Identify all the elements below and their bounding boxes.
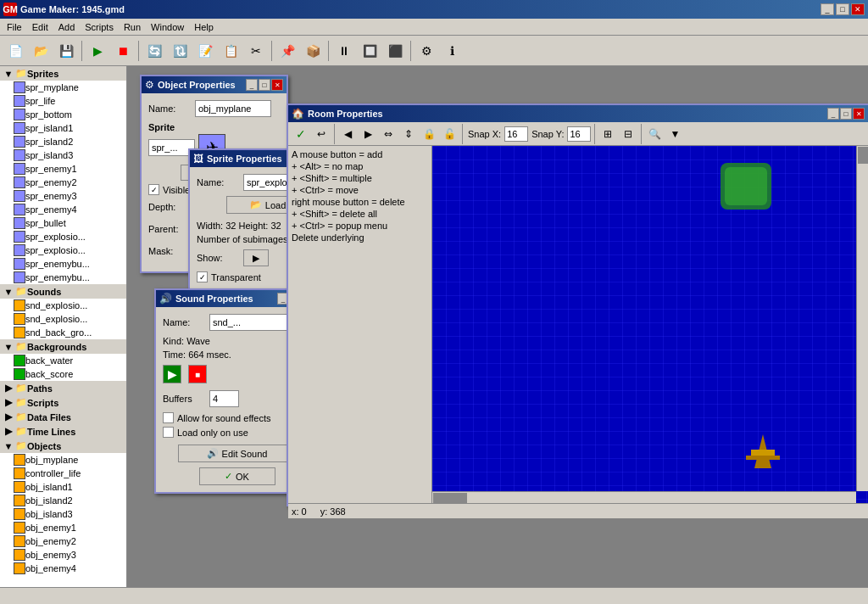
tool3[interactable]: 🔄 [142, 39, 166, 63]
tree-item-spr_island3[interactable]: spr_island3 [0, 148, 126, 162]
room-properties-title-bar[interactable]: 🏠 Room Properties _ □ ✕ [288, 105, 868, 122]
sound-name-input[interactable] [209, 314, 294, 331]
tool6[interactable]: 📋 [219, 39, 242, 63]
minimize-button[interactable]: _ [821, 3, 834, 15]
tree-item-obj_enemy3[interactable]: obj_enemy3 [0, 548, 126, 562]
tool5[interactable]: 📝 [193, 39, 217, 63]
tree-item-spr_bullet[interactable]: spr_bullet [0, 216, 126, 230]
room-props-minimize[interactable]: _ [827, 108, 839, 120]
scrollbar-thumb-h[interactable] [433, 493, 467, 503]
tree-item-obj_island2[interactable]: obj_island2 [0, 494, 126, 507]
object-properties-title-bar[interactable]: ⚙ Object Properties _ □ ✕ [142, 76, 287, 93]
room-scrollbar-v[interactable] [856, 146, 868, 491]
scrollbar-thumb-v[interactable] [858, 147, 868, 164]
buffers-input[interactable] [209, 390, 239, 407]
tree-item-spr_explosio2[interactable]: spr_explosio... [0, 243, 126, 257]
title-bar-buttons[interactable]: _ □ ✕ [821, 3, 865, 15]
close-button[interactable]: ✕ [851, 3, 865, 15]
sprites-header[interactable]: ▼ 📁 Sprites [0, 66, 126, 81]
room-zoom-dropdown[interactable]: ▼ [665, 125, 684, 143]
sound-ok-button[interactable]: ✓ OK [199, 467, 275, 485]
visible-checkbox[interactable] [148, 184, 159, 195]
tree-item-back_water[interactable]: back_water [0, 354, 126, 367]
tool8[interactable]: 📌 [275, 39, 299, 63]
room-confirm-btn[interactable]: ✓ [292, 125, 310, 143]
tree-item-spr_enemy4[interactable]: spr_enemy4 [0, 203, 126, 216]
room-canvas[interactable] [432, 146, 868, 503]
tree-item-obj_enemy4[interactable]: obj_enemy4 [0, 562, 126, 575]
tree-item-controller_life[interactable]: controller_life [0, 467, 126, 480]
room-unlock-btn[interactable]: 🔓 [440, 125, 459, 143]
room-move-btn[interactable]: ⇔ [379, 125, 398, 143]
tree-item-spr_enemybu1[interactable]: spr_enemybu... [0, 257, 126, 271]
menu-run[interactable]: Run [119, 20, 146, 34]
backgrounds-header[interactable]: ▼ 📁 Backgrounds [0, 339, 126, 354]
room-move2-btn[interactable]: ⇕ [399, 125, 418, 143]
tree-item-spr_explosio1[interactable]: spr_explosio... [0, 230, 126, 243]
sound-stop-button[interactable]: ■ [188, 365, 207, 383]
run-button[interactable]: ▶ [86, 39, 109, 63]
save-button[interactable]: 💾 [54, 39, 78, 63]
tree-item-snd2[interactable]: snd_explosio... [0, 312, 126, 326]
datafiles-header[interactable]: ▶ 📁 Data Files [0, 410, 126, 424]
tree-item-obj_enemy2[interactable]: obj_enemy2 [0, 534, 126, 548]
room-props-close[interactable]: ✕ [853, 108, 865, 120]
room-iso-btn[interactable]: ⊟ [619, 125, 637, 143]
object-properties-buttons[interactable]: _ □ ✕ [246, 79, 283, 91]
tree-item-spr_island2[interactable]: spr_island2 [0, 135, 126, 148]
room-grid-btn[interactable]: ⊞ [598, 125, 617, 143]
tool13[interactable]: ⚙ [415, 39, 438, 63]
objects-header[interactable]: ▼ 📁 Objects [0, 439, 126, 453]
tree-item-obj_myplane[interactable]: obj_myplane [0, 453, 126, 467]
object-props-minimize[interactable]: _ [246, 79, 258, 91]
stop-button[interactable]: ⏹ [111, 39, 135, 63]
tree-item-spr_bottom[interactable]: spr_bottom [0, 108, 126, 121]
object-props-maximize[interactable]: □ [259, 79, 270, 91]
edit-sound-button[interactable]: 🔊 Edit Sound [178, 445, 297, 462]
room-scrollbar-h[interactable] [432, 491, 856, 503]
maximize-button[interactable]: □ [836, 3, 849, 15]
tree-item-spr_enemy1[interactable]: spr_enemy1 [0, 162, 126, 176]
tool4[interactable]: 🔃 [168, 39, 192, 63]
room-next-btn[interactable]: ▶ [359, 125, 377, 143]
tool12[interactable]: ⬛ [383, 39, 407, 63]
tree-item-snd1[interactable]: snd_explosio... [0, 299, 126, 312]
timelines-header[interactable]: ▶ 📁 Time Lines [0, 424, 126, 439]
tree-item-spr_myplane[interactable]: spr_myplane [0, 81, 126, 94]
transparent-checkbox[interactable] [197, 271, 208, 282]
tool10[interactable]: ⏸ [332, 39, 356, 63]
room-zoom-btn[interactable]: 🔍 [645, 125, 664, 143]
menu-window[interactable]: Window [146, 20, 189, 34]
menu-scripts[interactable]: Scripts [80, 20, 119, 34]
room-undo-btn[interactable]: ↩ [312, 125, 331, 143]
menu-help[interactable]: Help [189, 20, 219, 34]
tree-item-spr_island1[interactable]: spr_island1 [0, 121, 126, 135]
object-props-close[interactable]: ✕ [271, 79, 283, 91]
sound-load-only-checkbox[interactable] [163, 427, 174, 438]
menu-add[interactable]: Add [53, 20, 81, 34]
room-props-maximize[interactable]: □ [840, 108, 852, 120]
tree-item-obj_enemy1[interactable]: obj_enemy1 [0, 521, 126, 534]
sounds-header[interactable]: ▼ 📁 Sounds [0, 284, 126, 299]
tree-item-spr_life[interactable]: spr_life [0, 94, 126, 108]
sound-play-button[interactable]: ▶ [163, 365, 181, 383]
paths-header[interactable]: ▶ 📁 Paths [0, 381, 126, 395]
room-lock-btn[interactable]: 🔒 [420, 125, 438, 143]
tree-item-spr_enemy3[interactable]: spr_enemy3 [0, 189, 126, 203]
allow-effects-checkbox[interactable] [163, 412, 174, 423]
scripts-header[interactable]: ▶ 📁 Scripts [0, 395, 126, 410]
tool14[interactable]: ℹ [440, 39, 464, 63]
tree-item-snd3[interactable]: snd_back_gro... [0, 326, 126, 339]
tool9[interactable]: 📦 [301, 39, 325, 63]
tool11[interactable]: 🔲 [358, 39, 381, 63]
snap-x-input[interactable] [504, 126, 528, 142]
tree-item-obj_island3[interactable]: obj_island3 [0, 507, 126, 521]
new-button[interactable]: 📄 [3, 39, 27, 63]
open-button[interactable]: 📂 [29, 39, 53, 63]
tree-item-spr_enemy2[interactable]: spr_enemy2 [0, 176, 126, 189]
tree-item-obj_island1[interactable]: obj_island1 [0, 480, 126, 494]
tree-item-back_score[interactable]: back_score [0, 367, 126, 381]
tree-item-spr_enemybu2[interactable]: spr_enemybu... [0, 271, 126, 284]
name-input[interactable] [195, 100, 271, 117]
tool7[interactable]: ✂ [244, 39, 268, 63]
